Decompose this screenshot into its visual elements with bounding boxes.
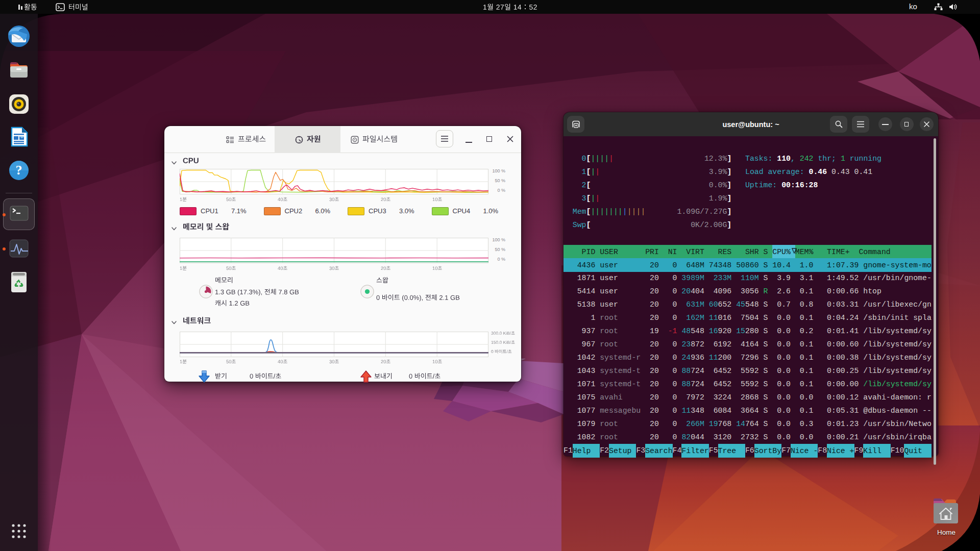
svg-text:?: ? <box>16 163 22 178</box>
